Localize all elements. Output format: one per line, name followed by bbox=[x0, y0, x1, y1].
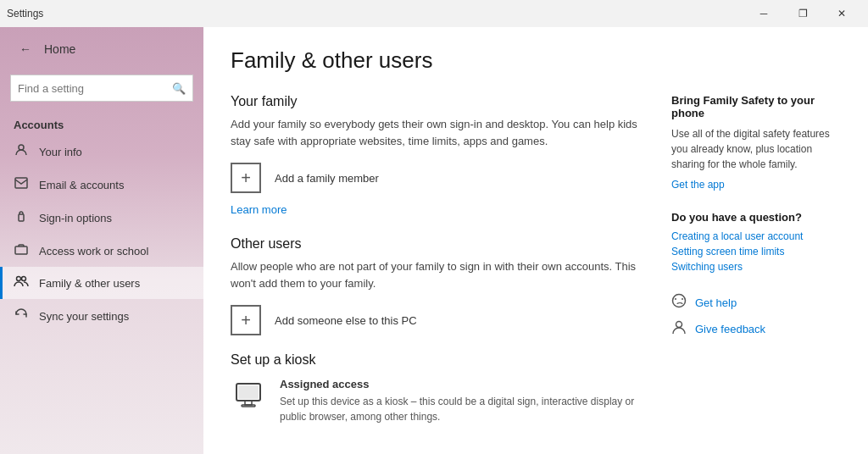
add-family-plus-btn[interactable]: + bbox=[231, 163, 261, 193]
give-feedback-item[interactable]: Give feedback bbox=[671, 319, 841, 339]
sidebar-item-email-accounts[interactable]: Email & accounts bbox=[0, 169, 203, 201]
svg-point-4 bbox=[17, 277, 21, 281]
help-feedback-section: Get help Give feedback bbox=[671, 293, 841, 339]
kiosk-heading: Set up a kiosk bbox=[231, 352, 637, 368]
sidebar-section-accounts: Accounts bbox=[0, 112, 203, 135]
add-family-member-item[interactable]: + Add a family member bbox=[231, 163, 637, 193]
sidebar-item-label-sign-in: Sign-in options bbox=[39, 212, 112, 224]
back-button[interactable]: ← bbox=[14, 37, 37, 61]
question-heading: Do you have a question? bbox=[671, 211, 841, 224]
give-feedback-label: Give feedback bbox=[695, 323, 765, 335]
title-bar: Settings ─ ❐ ✕ bbox=[0, 0, 868, 27]
restore-button[interactable]: ❐ bbox=[783, 0, 822, 27]
svg-point-13 bbox=[676, 322, 682, 328]
family-safety-desc: Use all of the digital safety features y… bbox=[671, 126, 841, 172]
work-icon bbox=[14, 243, 29, 258]
content-left: Your family Add your family so everybody… bbox=[231, 94, 637, 441]
other-users-desc: Allow people who are not part of your fa… bbox=[231, 258, 637, 291]
other-users-section: Other users Allow people who are not par… bbox=[231, 236, 637, 335]
sidebar-item-label-your-info: Your info bbox=[39, 146, 82, 158]
family-safety-section: Bring Family Safety to your phone Use al… bbox=[671, 94, 841, 191]
sidebar-item-sync[interactable]: Sync your settings bbox=[0, 299, 203, 333]
add-someone-label: Add someone else to this PC bbox=[275, 314, 417, 327]
your-family-heading: Your family bbox=[231, 94, 637, 109]
kiosk-icon bbox=[231, 378, 266, 413]
sync-icon bbox=[14, 307, 29, 324]
your-info-icon bbox=[14, 143, 29, 160]
sidebar-item-label-email: Email & accounts bbox=[39, 179, 124, 191]
search-input[interactable] bbox=[18, 82, 172, 95]
kiosk-assigned-access[interactable]: Assigned access Set up this device as a … bbox=[231, 378, 637, 424]
kiosk-assigned-title: Assigned access bbox=[280, 378, 637, 390]
svg-rect-8 bbox=[242, 405, 255, 407]
sidebar-item-label-work: Access work or school bbox=[39, 245, 148, 257]
right-panel: Bring Family Safety to your phone Use al… bbox=[671, 94, 841, 441]
sidebar-item-work-school[interactable]: Access work or school bbox=[0, 235, 203, 267]
your-family-section: Your family Add your family so everybody… bbox=[231, 94, 637, 216]
svg-point-11 bbox=[675, 298, 676, 300]
svg-rect-9 bbox=[238, 385, 259, 399]
title-bar-title: Settings bbox=[7, 8, 43, 19]
question-section: Do you have a question? Creating a local… bbox=[671, 211, 841, 273]
svg-rect-3 bbox=[15, 246, 27, 254]
get-help-label: Get help bbox=[695, 296, 737, 309]
kiosk-assigned-desc: Set up this device as a kiosk – this cou… bbox=[280, 394, 637, 424]
sidebar-item-sign-in[interactable]: Sign-in options bbox=[0, 201, 203, 235]
link-switching-users[interactable]: Switching users bbox=[671, 261, 841, 273]
svg-point-12 bbox=[682, 298, 683, 300]
sidebar-item-your-info[interactable]: Your info bbox=[0, 135, 203, 169]
kiosk-text: Assigned access Set up this device as a … bbox=[280, 378, 637, 424]
svg-point-10 bbox=[673, 295, 686, 307]
learn-more-link[interactable]: Learn more bbox=[231, 203, 637, 216]
page-title: Family & other users bbox=[231, 47, 841, 74]
sidebar-item-label-family: Family & other users bbox=[39, 277, 140, 290]
get-help-item[interactable]: Get help bbox=[671, 293, 841, 313]
give-feedback-icon bbox=[671, 319, 687, 339]
search-icon[interactable]: 🔍 bbox=[172, 82, 186, 95]
sidebar-home-label[interactable]: Home bbox=[44, 42, 75, 56]
title-bar-left: Settings bbox=[7, 8, 43, 19]
sidebar-item-label-sync: Sync your settings bbox=[39, 310, 129, 323]
email-icon bbox=[14, 177, 29, 192]
svg-rect-2 bbox=[19, 214, 24, 221]
content-area: Your family Add your family so everybody… bbox=[231, 94, 841, 441]
sidebar: ← Home 🔍 Accounts Your info bbox=[0, 27, 203, 454]
close-button[interactable]: ✕ bbox=[822, 0, 861, 27]
search-box[interactable]: 🔍 bbox=[10, 75, 193, 102]
add-someone-plus-btn[interactable]: + bbox=[231, 305, 261, 335]
other-users-heading: Other users bbox=[231, 236, 637, 252]
svg-point-0 bbox=[19, 145, 24, 150]
add-someone-item[interactable]: + Add someone else to this PC bbox=[231, 305, 637, 335]
sign-in-icon bbox=[14, 209, 29, 226]
get-app-link[interactable]: Get the app bbox=[671, 179, 841, 191]
title-bar-controls: ─ ❐ ✕ bbox=[744, 0, 861, 27]
sidebar-header: ← Home bbox=[0, 27, 203, 71]
sidebar-item-family[interactable]: Family & other users bbox=[0, 267, 203, 299]
main-content: Family & other users Your family Add you… bbox=[203, 27, 868, 454]
family-icon bbox=[14, 275, 29, 291]
your-family-desc: Add your family so everybody gets their … bbox=[231, 116, 637, 149]
kiosk-section: Set up a kiosk Assigned access bbox=[231, 352, 637, 424]
svg-point-5 bbox=[22, 277, 26, 281]
add-family-label: Add a family member bbox=[275, 172, 379, 185]
family-safety-title: Bring Family Safety to your phone bbox=[671, 94, 841, 119]
app-body: ← Home 🔍 Accounts Your info bbox=[0, 27, 868, 454]
svg-rect-1 bbox=[15, 178, 27, 188]
get-help-icon bbox=[671, 293, 687, 313]
link-local-user[interactable]: Creating a local user account bbox=[671, 230, 841, 242]
minimize-button[interactable]: ─ bbox=[744, 0, 783, 27]
link-screen-time[interactable]: Setting screen time limits bbox=[671, 246, 841, 257]
